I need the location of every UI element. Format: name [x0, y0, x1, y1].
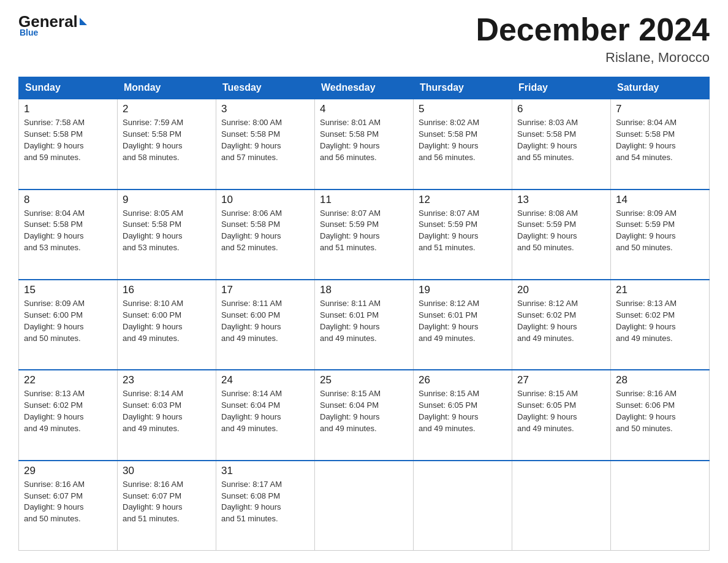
day-info: Sunrise: 8:14 AMSunset: 6:04 PMDaylight:…	[221, 388, 309, 434]
calendar-cell: 29Sunrise: 8:16 AMSunset: 6:07 PMDayligh…	[19, 461, 118, 551]
calendar-cell: 31Sunrise: 8:17 AMSunset: 6:08 PMDayligh…	[216, 461, 315, 551]
day-info: Sunrise: 8:14 AMSunset: 6:03 PMDaylight:…	[123, 388, 211, 434]
calendar-cell: 4Sunrise: 8:01 AMSunset: 5:58 PMDaylight…	[315, 99, 414, 189]
day-info: Sunrise: 8:16 AMSunset: 6:07 PMDaylight:…	[123, 479, 211, 525]
calendar-cell: 30Sunrise: 8:16 AMSunset: 6:07 PMDayligh…	[118, 461, 216, 551]
day-info: Sunrise: 8:17 AMSunset: 6:08 PMDaylight:…	[221, 479, 309, 525]
calendar-week-5: 29Sunrise: 8:16 AMSunset: 6:07 PMDayligh…	[19, 461, 710, 551]
day-number: 18	[320, 284, 408, 296]
logo-area: General Blue	[18, 12, 87, 37]
logo-blue-text: Blue	[20, 28, 38, 37]
day-info: Sunrise: 8:08 AMSunset: 5:59 PMDaylight:…	[517, 208, 605, 254]
calendar-cell: 3Sunrise: 8:00 AMSunset: 5:58 PMDaylight…	[216, 99, 315, 189]
calendar-cell: 22Sunrise: 8:13 AMSunset: 6:02 PMDayligh…	[19, 370, 118, 460]
calendar-header-row: SundayMondayTuesdayWednesdayThursdayFrid…	[19, 77, 710, 99]
calendar-header-saturday: Saturday	[611, 77, 710, 99]
day-number: 30	[123, 465, 211, 477]
day-number: 25	[320, 374, 408, 386]
calendar-header-monday: Monday	[118, 77, 216, 99]
day-info: Sunrise: 7:58 AMSunset: 5:58 PMDaylight:…	[24, 117, 112, 163]
day-info: Sunrise: 8:04 AMSunset: 5:58 PMDaylight:…	[616, 117, 704, 163]
day-number: 16	[123, 284, 211, 296]
day-info: Sunrise: 8:15 AMSunset: 6:04 PMDaylight:…	[320, 388, 408, 434]
calendar-cell	[315, 461, 414, 551]
title-area: December 2024 Rislane, Morocco	[476, 12, 710, 66]
day-number: 20	[517, 284, 605, 296]
day-number: 23	[123, 374, 211, 386]
day-number: 13	[517, 194, 605, 206]
calendar-body: 1Sunrise: 7:58 AMSunset: 5:58 PMDaylight…	[19, 99, 710, 550]
day-number: 22	[24, 374, 112, 386]
calendar-header-sunday: Sunday	[19, 77, 118, 99]
logo-triangle-icon	[80, 18, 87, 25]
calendar-cell: 14Sunrise: 8:09 AMSunset: 5:59 PMDayligh…	[611, 190, 710, 280]
calendar-cell: 19Sunrise: 8:12 AMSunset: 6:01 PMDayligh…	[414, 280, 512, 370]
calendar-cell	[611, 461, 710, 551]
day-number: 9	[123, 194, 211, 206]
calendar-cell: 12Sunrise: 8:07 AMSunset: 5:59 PMDayligh…	[414, 190, 512, 280]
calendar-cell: 27Sunrise: 8:15 AMSunset: 6:05 PMDayligh…	[512, 370, 611, 460]
day-number: 3	[221, 103, 309, 115]
day-info: Sunrise: 8:15 AMSunset: 6:05 PMDaylight:…	[419, 388, 507, 434]
day-info: Sunrise: 8:11 AMSunset: 6:01 PMDaylight:…	[320, 298, 408, 344]
day-info: Sunrise: 8:06 AMSunset: 5:58 PMDaylight:…	[221, 208, 309, 254]
day-number: 24	[221, 374, 309, 386]
calendar-week-3: 15Sunrise: 8:09 AMSunset: 6:00 PMDayligh…	[19, 280, 710, 370]
calendar-cell: 17Sunrise: 8:11 AMSunset: 6:00 PMDayligh…	[216, 280, 315, 370]
day-info: Sunrise: 8:07 AMSunset: 5:59 PMDaylight:…	[320, 208, 408, 254]
calendar-cell: 2Sunrise: 7:59 AMSunset: 5:58 PMDaylight…	[118, 99, 216, 189]
day-info: Sunrise: 8:09 AMSunset: 5:59 PMDaylight:…	[616, 208, 704, 254]
day-number: 29	[24, 465, 112, 477]
calendar-cell: 18Sunrise: 8:11 AMSunset: 6:01 PMDayligh…	[315, 280, 414, 370]
calendar-cell: 1Sunrise: 7:58 AMSunset: 5:58 PMDaylight…	[19, 99, 118, 189]
day-number: 12	[419, 194, 507, 206]
calendar-cell: 15Sunrise: 8:09 AMSunset: 6:00 PMDayligh…	[19, 280, 118, 370]
calendar-cell: 13Sunrise: 8:08 AMSunset: 5:59 PMDayligh…	[512, 190, 611, 280]
day-number: 21	[616, 284, 704, 296]
calendar-cell: 25Sunrise: 8:15 AMSunset: 6:04 PMDayligh…	[315, 370, 414, 460]
subtitle: Rislane, Morocco	[476, 50, 710, 66]
day-info: Sunrise: 8:12 AMSunset: 6:01 PMDaylight:…	[419, 298, 507, 344]
day-number: 31	[221, 465, 309, 477]
calendar-cell: 20Sunrise: 8:12 AMSunset: 6:02 PMDayligh…	[512, 280, 611, 370]
day-number: 14	[616, 194, 704, 206]
day-number: 5	[419, 103, 507, 115]
main-title: December 2024	[476, 12, 710, 47]
day-info: Sunrise: 7:59 AMSunset: 5:58 PMDaylight:…	[123, 117, 211, 163]
day-info: Sunrise: 8:01 AMSunset: 5:58 PMDaylight:…	[320, 117, 408, 163]
calendar-cell: 11Sunrise: 8:07 AMSunset: 5:59 PMDayligh…	[315, 190, 414, 280]
day-info: Sunrise: 8:04 AMSunset: 5:58 PMDaylight:…	[24, 208, 112, 254]
day-info: Sunrise: 8:02 AMSunset: 5:58 PMDaylight:…	[419, 117, 507, 163]
calendar-header-thursday: Thursday	[414, 77, 512, 99]
calendar-week-2: 8Sunrise: 8:04 AMSunset: 5:58 PMDaylight…	[19, 190, 710, 280]
calendar-week-4: 22Sunrise: 8:13 AMSunset: 6:02 PMDayligh…	[19, 370, 710, 460]
calendar-week-1: 1Sunrise: 7:58 AMSunset: 5:58 PMDaylight…	[19, 99, 710, 189]
day-number: 8	[24, 194, 112, 206]
calendar-header-wednesday: Wednesday	[315, 77, 414, 99]
day-info: Sunrise: 8:11 AMSunset: 6:00 PMDaylight:…	[221, 298, 309, 344]
day-info: Sunrise: 8:12 AMSunset: 6:02 PMDaylight:…	[517, 298, 605, 344]
day-info: Sunrise: 8:00 AMSunset: 5:58 PMDaylight:…	[221, 117, 309, 163]
day-number: 4	[320, 103, 408, 115]
calendar-cell: 10Sunrise: 8:06 AMSunset: 5:58 PMDayligh…	[216, 190, 315, 280]
calendar-cell: 5Sunrise: 8:02 AMSunset: 5:58 PMDaylight…	[414, 99, 512, 189]
calendar-cell: 23Sunrise: 8:14 AMSunset: 6:03 PMDayligh…	[118, 370, 216, 460]
day-number: 6	[517, 103, 605, 115]
day-info: Sunrise: 8:15 AMSunset: 6:05 PMDaylight:…	[517, 388, 605, 434]
calendar-cell: 24Sunrise: 8:14 AMSunset: 6:04 PMDayligh…	[216, 370, 315, 460]
calendar-cell: 21Sunrise: 8:13 AMSunset: 6:02 PMDayligh…	[611, 280, 710, 370]
day-info: Sunrise: 8:13 AMSunset: 6:02 PMDaylight:…	[24, 388, 112, 434]
calendar-cell: 6Sunrise: 8:03 AMSunset: 5:58 PMDaylight…	[512, 99, 611, 189]
calendar-header-tuesday: Tuesday	[216, 77, 315, 99]
day-number: 28	[616, 374, 704, 386]
calendar-cell	[512, 461, 611, 551]
day-number: 11	[320, 194, 408, 206]
header: General Blue December 2024 Rislane, Moro…	[18, 12, 710, 66]
day-number: 26	[419, 374, 507, 386]
day-info: Sunrise: 8:13 AMSunset: 6:02 PMDaylight:…	[616, 298, 704, 344]
calendar-header-friday: Friday	[512, 77, 611, 99]
day-number: 10	[221, 194, 309, 206]
calendar-cell: 9Sunrise: 8:05 AMSunset: 5:58 PMDaylight…	[118, 190, 216, 280]
day-number: 19	[419, 284, 507, 296]
calendar-cell: 16Sunrise: 8:10 AMSunset: 6:00 PMDayligh…	[118, 280, 216, 370]
